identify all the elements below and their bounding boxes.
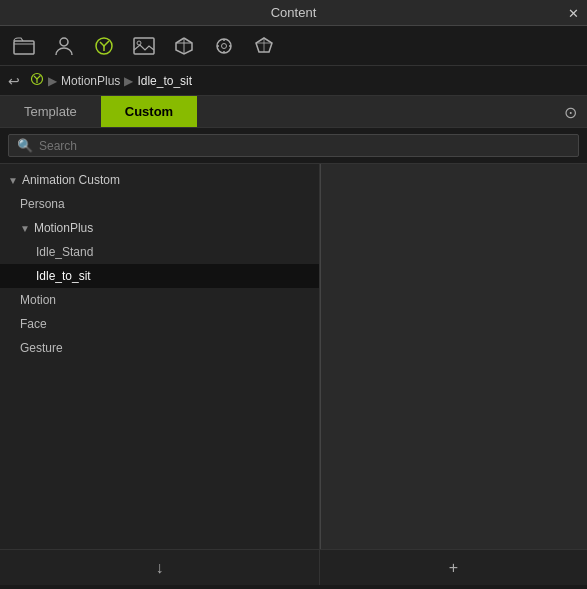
tab-custom[interactable]: Custom xyxy=(101,96,197,127)
tree-group-animation-custom[interactable]: ▼ Animation Custom xyxy=(0,168,319,192)
breadcrumb-back-button[interactable]: ↩ xyxy=(8,73,20,89)
prop-icon[interactable] xyxy=(170,32,198,60)
breadcrumb-bar: ↩ ▶ MotionPlus ▶ Idle_to_sit xyxy=(0,66,587,96)
download-button[interactable]: ↓ xyxy=(144,555,176,581)
film-icon[interactable] xyxy=(210,32,238,60)
breadcrumb-animation-icon xyxy=(30,72,44,89)
tab-bar: Template Custom ⊙ xyxy=(0,96,587,128)
bottom-left-panel: ↓ xyxy=(0,550,320,585)
svg-rect-4 xyxy=(134,38,154,54)
main-content: ▼ Animation Custom Persona ▼ MotionPlus … xyxy=(0,164,587,549)
svg-point-5 xyxy=(137,41,141,45)
window-title: Content xyxy=(271,5,317,20)
breadcrumb-motionplus[interactable]: MotionPlus xyxy=(61,74,120,88)
tree-arrow-motionplus: ▼ xyxy=(20,223,30,234)
close-button[interactable]: ✕ xyxy=(568,5,579,20)
bottom-right-panel: + xyxy=(320,550,587,585)
add-button[interactable]: + xyxy=(437,555,470,581)
tree-item-persona[interactable]: Persona xyxy=(0,192,319,216)
tab-template[interactable]: Template xyxy=(0,96,101,127)
breadcrumb-current: Idle_to_sit xyxy=(137,74,192,88)
person-icon[interactable] xyxy=(50,32,78,60)
svg-point-9 xyxy=(222,43,227,48)
search-bar: 🔍 xyxy=(0,128,587,164)
bottom-bar: ↓ + xyxy=(0,549,587,585)
scene-icon[interactable] xyxy=(250,32,278,60)
tree-item-idle-to-sit[interactable]: Idle_to_sit xyxy=(0,264,319,288)
search-input-wrapper: 🔍 xyxy=(8,134,579,157)
image-icon[interactable] xyxy=(130,32,158,60)
tree-item-idle-stand[interactable]: Idle_Stand xyxy=(0,240,319,264)
tree-arrow: ▼ xyxy=(8,175,18,186)
tree-panel: ▼ Animation Custom Persona ▼ MotionPlus … xyxy=(0,164,320,549)
folder-icon[interactable] xyxy=(10,32,38,60)
tab-expand-button[interactable]: ⊙ xyxy=(564,102,577,121)
svg-rect-0 xyxy=(14,41,34,54)
preview-panel xyxy=(320,164,587,549)
search-icon: 🔍 xyxy=(17,138,33,153)
svg-point-1 xyxy=(60,38,68,46)
breadcrumb-sep-2: ▶ xyxy=(124,74,133,88)
tree-item-face[interactable]: Face xyxy=(0,312,319,336)
svg-point-8 xyxy=(217,39,231,53)
tree-group-motionplus[interactable]: ▼ MotionPlus xyxy=(0,216,319,240)
tree-item-gesture[interactable]: Gesture xyxy=(0,336,319,360)
search-input[interactable] xyxy=(39,139,570,153)
title-bar: Content ✕ xyxy=(0,0,587,26)
breadcrumb-sep-1: ▶ xyxy=(48,74,57,88)
animation-icon[interactable] xyxy=(90,32,118,60)
toolbar xyxy=(0,26,587,66)
tree-item-motion[interactable]: Motion xyxy=(0,288,319,312)
